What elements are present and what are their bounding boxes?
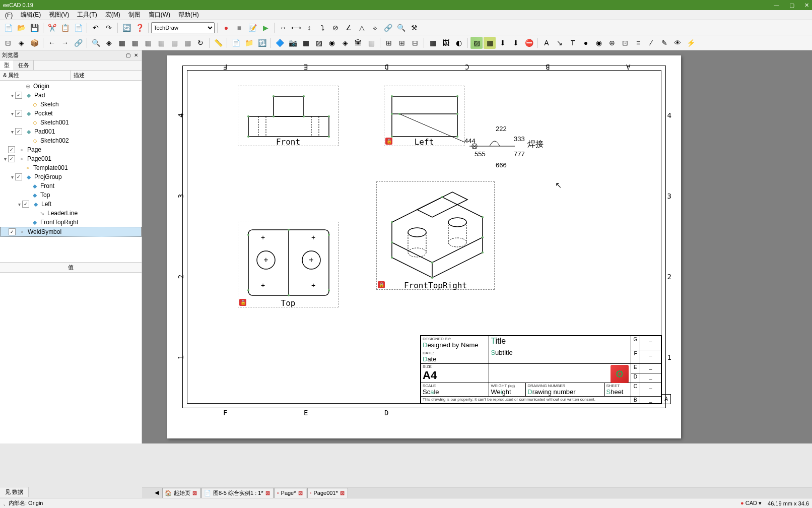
tree-item-left[interactable]: ▾ ✓ ◆ Left	[0, 200, 142, 209]
menu-macro[interactable]: 宏(M)	[101, 11, 124, 19]
tree-item-sketch002[interactable]: ◇ Sketch002	[0, 136, 142, 145]
status-cad[interactable]: ● CAD ▾	[740, 500, 762, 506]
cosmetic-line-icon[interactable]: ✎	[658, 37, 670, 49]
minimize-icon[interactable]: —	[774, 2, 779, 9]
zoom-fit-icon[interactable]: 🔍	[90, 37, 102, 49]
redo-icon[interactable]: ↷	[103, 22, 115, 34]
tab-close-icon[interactable]: ⊠	[298, 490, 303, 496]
tree-item-fronttopright[interactable]: ◆ FrontTopRight	[0, 218, 142, 227]
iso-icon[interactable]: ◈	[15, 37, 27, 49]
centerline-icon[interactable]: ⊡	[619, 37, 631, 49]
toggle-icon[interactable]: ◐	[453, 37, 465, 49]
tree-item-projgroup[interactable]: ▾ ✓ ◆ ProjGroup	[0, 172, 142, 181]
nav-back-icon[interactable]: ←	[46, 37, 58, 49]
tree-item-front[interactable]: ◆ Front	[0, 181, 142, 190]
view-front-icon[interactable]: ▦	[116, 37, 128, 49]
landmark-icon[interactable]: ⚒	[408, 22, 420, 34]
2pt-center-icon[interactable]: ∕	[645, 37, 657, 49]
dim-diameter-icon[interactable]: ⊘	[329, 22, 342, 34]
tree-item-origin[interactable]: ⊕ Origin	[0, 82, 142, 91]
menu-view[interactable]: 视图(V)	[45, 11, 73, 19]
dim-vert-icon[interactable]: ↕	[303, 22, 315, 34]
tb-weight[interactable]: ght	[502, 388, 511, 396]
undo-icon[interactable]: ↶	[90, 22, 102, 34]
tree-item-weldsymbol[interactable]: ✓ ▫ WeldSymbol	[0, 227, 142, 237]
image-icon[interactable]: 🖼	[440, 37, 452, 49]
tree-item-pocket[interactable]: ▾ ✓ ◆ Pocket	[0, 109, 142, 118]
dim-link-icon[interactable]: 🔗	[382, 22, 394, 34]
tree-item-page001[interactable]: ▾ ✓ ▫ Page001	[0, 154, 142, 163]
menu-draw[interactable]: 制图	[124, 11, 145, 19]
paste-icon[interactable]: 📄	[72, 22, 84, 34]
tb-subtitle[interactable]: ubtitle	[495, 349, 513, 356]
view-right-icon[interactable]: ▦	[142, 37, 154, 49]
annotation-icon[interactable]: A	[540, 37, 553, 49]
tab-nav-left-icon[interactable]: ◀	[152, 489, 161, 496]
view-top[interactable]: + + ++ ++ 🔒 Top	[238, 222, 339, 307]
dim-angle-icon[interactable]: ∠	[343, 22, 355, 34]
close-icon[interactable]: ✕	[804, 2, 809, 9]
panel-undock-icon[interactable]: ▢	[124, 52, 131, 59]
dim-3pt-icon[interactable]: △	[356, 22, 368, 34]
menu-file[interactable]: (F)	[1, 12, 17, 19]
whatsthis-icon[interactable]: ❓	[133, 22, 146, 34]
tb-date[interactable]: ate	[427, 355, 436, 363]
nav-fwd-icon[interactable]: →	[59, 37, 71, 49]
play-icon[interactable]: ▶	[259, 22, 272, 34]
weld-symbol-icon[interactable]: ⚡	[685, 37, 697, 49]
doc-tab[interactable]: ▫Page001*⊠	[307, 488, 348, 498]
tab-model[interactable]: 型	[0, 60, 14, 70]
doc-tab[interactable]: 📄图8-5 综合实例1 : 1*⊠	[201, 488, 274, 498]
detail-icon[interactable]: ◉	[326, 37, 338, 49]
fit-icon[interactable]: ⊡	[2, 37, 14, 49]
tab-close-icon[interactable]: ⊠	[340, 490, 345, 496]
export-svg-icon[interactable]: ⬇	[497, 37, 509, 49]
view-rear-icon[interactable]: ▦	[155, 37, 167, 49]
draft-view-icon[interactable]: ◈	[339, 37, 351, 49]
dim-horiz-icon[interactable]: ⟷	[290, 22, 302, 34]
tab-close-icon[interactable]: ⊠	[265, 490, 270, 496]
doc-tab[interactable]: 🏠起始页⊠	[162, 488, 200, 498]
tree-item-pad001[interactable]: ▾ ✓ ◆ Pad001	[0, 127, 142, 136]
quadrant-icon[interactable]: ⊕	[606, 37, 618, 49]
weld-symbol[interactable]: 222 333 444 555 666 777 焊接	[469, 121, 550, 171]
clip-group-icon[interactable]: ⊞	[383, 37, 395, 49]
dim-length-icon[interactable]: ↔	[277, 22, 289, 34]
save-icon[interactable]: 💾	[28, 22, 40, 34]
page-template-icon[interactable]: 📁	[243, 37, 255, 49]
panel-close-icon[interactable]: ✕	[132, 52, 140, 59]
clip-add-icon[interactable]: ⊞	[396, 37, 408, 49]
new-icon[interactable]: 📄	[2, 22, 14, 34]
menu-help[interactable]: 帮助(H)	[174, 11, 203, 19]
view-fronttopright[interactable]: 🔒 FrontTopRight	[376, 181, 495, 290]
tree-item-sketch001[interactable]: ◇ Sketch001	[0, 118, 142, 127]
link-nav-icon[interactable]: 🔗	[72, 37, 84, 49]
cosmetic-vertex-icon[interactable]: ●	[580, 37, 592, 49]
midpoint-icon[interactable]: ◉	[593, 37, 605, 49]
view-iso-icon[interactable]: ◈	[103, 37, 115, 49]
tree-item-top[interactable]: ◆ Top	[0, 190, 142, 200]
geom-hatch-icon[interactable]: ▦	[484, 37, 496, 49]
menu-tools[interactable]: 工具(T)	[73, 11, 101, 19]
tree-item-sketch[interactable]: ◇ Sketch	[0, 100, 142, 109]
tb-sheet[interactable]: heet	[611, 388, 623, 396]
model-tree[interactable]: ⊕ Origin ▾ ✓ ◆ Pad ◇ Sketch ▾ ✓ ◆ Pocket…	[0, 81, 142, 262]
open-icon[interactable]: 📂	[15, 22, 27, 34]
view-insert-icon[interactable]: 🔷	[274, 37, 286, 49]
copy-icon[interactable]: 📋	[59, 22, 71, 34]
leader-icon[interactable]: ↘	[554, 37, 566, 49]
view-left[interactable]: 🔒 Left	[384, 86, 464, 146]
record-icon[interactable]: ●	[220, 22, 232, 34]
rich-anno-icon[interactable]: T	[567, 37, 579, 49]
tab-view[interactable]: 见 数据	[0, 487, 29, 497]
refresh-icon[interactable]: 🔄	[120, 22, 132, 34]
export-dxf-icon[interactable]: ⬇	[510, 37, 522, 49]
tree-item-leaderline[interactable]: ↘ LeaderLine	[0, 209, 142, 218]
active-view-icon[interactable]: 📷	[287, 37, 299, 49]
tb-designed[interactable]: esigned by Name	[427, 341, 478, 349]
hatch-icon[interactable]: ▨	[470, 37, 483, 49]
view-bottom-icon[interactable]: ▦	[168, 37, 180, 49]
maximize-icon[interactable]: ▢	[789, 2, 794, 9]
no-entry-icon[interactable]: ⛔	[523, 37, 535, 49]
menu-window[interactable]: 窗口(W)	[145, 11, 174, 19]
